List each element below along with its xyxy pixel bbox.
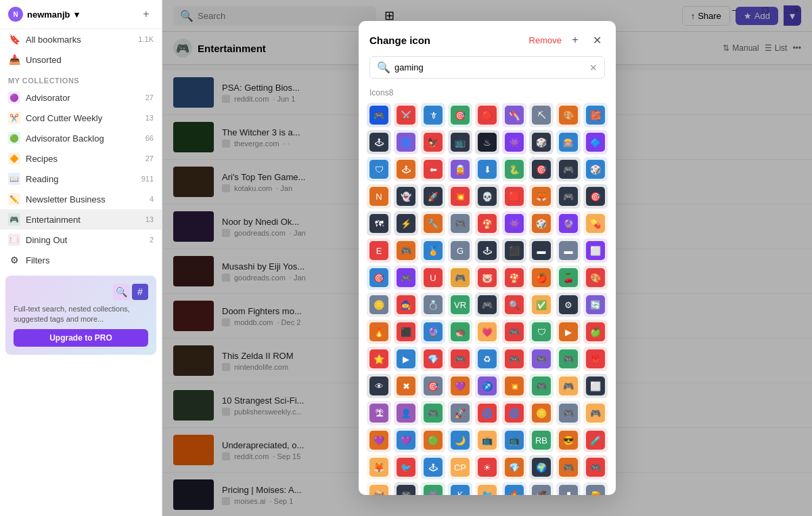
twitch3-icon[interactable]: 🌀 bbox=[475, 401, 499, 425]
skull-icon[interactable]: 💀 bbox=[475, 184, 499, 209]
shield2-icon[interactable]: 🔮 bbox=[421, 320, 445, 344]
controller3-icon[interactable]: G bbox=[448, 238, 472, 263]
fidget-icon[interactable]: 🎮 bbox=[529, 374, 554, 398]
cherry-icon[interactable]: 🍄 bbox=[502, 265, 526, 290]
stadia-icon[interactable]: 🎮 bbox=[421, 401, 445, 425]
bird-icon[interactable]: 💜 bbox=[394, 428, 418, 452]
ultraviolet-icon[interactable]: 🔮 bbox=[556, 211, 581, 236]
g-icon[interactable]: 🏅 bbox=[421, 238, 445, 263]
twitch4-icon[interactable]: 🌀 bbox=[502, 401, 526, 425]
crash-icon[interactable]: 🦊 bbox=[529, 184, 554, 209]
remove-icon-button[interactable]: Remove bbox=[529, 35, 562, 45]
fire2-icon[interactable]: ☀ bbox=[475, 455, 499, 479]
pokemon-icon[interactable]: ⚡ bbox=[394, 211, 418, 236]
sidebar-item-all-bookmarks[interactable]: 🔖 All bookmarks 1.1K bbox=[0, 29, 162, 49]
epic-icon[interactable]: 🎮 bbox=[556, 184, 581, 209]
ghost-icon[interactable]: 👻 bbox=[394, 184, 418, 209]
game6-icon[interactable]: 🎮 bbox=[529, 347, 554, 371]
console2-icon[interactable]: 🕹 bbox=[475, 238, 499, 263]
sidebar-item-unsorted[interactable]: 📥 Unsorted bbox=[0, 49, 162, 70]
moon-game-icon[interactable]: 🚀 bbox=[448, 401, 472, 425]
ps4-icon[interactable]: 🎯 bbox=[367, 265, 391, 290]
space-icon[interactable]: 🚀 bbox=[421, 184, 445, 209]
lobster-icon[interactable]: 💎 bbox=[421, 347, 445, 371]
coin3-icon[interactable]: 🐦 bbox=[475, 482, 499, 495]
minecraft-icon[interactable]: 🧱 bbox=[583, 103, 608, 127]
sidebar-item-newsletter-business[interactable]: ✏️ Newsletter Business 4 bbox=[0, 189, 162, 209]
sidebar-user[interactable]: N newmanjb ▾ bbox=[8, 7, 79, 22]
joystick-icon[interactable]: 🕹 bbox=[394, 157, 418, 181]
ps5-blue-icon[interactable]: 🔷 bbox=[583, 130, 608, 154]
game-controller-icon[interactable]: 🎮 bbox=[367, 103, 391, 127]
k-icon[interactable]: 🕹 bbox=[421, 455, 445, 479]
bars-icon[interactable]: 🌍 bbox=[529, 455, 554, 479]
doom-icon[interactable]: 💥 bbox=[448, 184, 472, 209]
burst-icon[interactable]: 🦞 bbox=[583, 347, 608, 371]
u-icon[interactable]: 🎮 bbox=[394, 265, 418, 290]
target3-icon[interactable]: 🎮 bbox=[502, 347, 526, 371]
controller4-icon[interactable]: ⬜ bbox=[583, 374, 608, 398]
among-icon[interactable]: 🐦 bbox=[394, 455, 418, 479]
console3-icon[interactable]: ▬ bbox=[556, 238, 581, 263]
game4-icon[interactable]: 🍏 bbox=[583, 320, 608, 344]
person-icon[interactable]: 🎯 bbox=[421, 374, 445, 398]
target-icon[interactable]: 🎯 bbox=[448, 103, 472, 127]
sidebar-item-filters[interactable]: ⚙ Filters bbox=[0, 250, 162, 270]
sidebar-item-recipes[interactable]: 🔶 Recipes 27 bbox=[0, 148, 162, 169]
roblox-icon[interactable]: 🟥 bbox=[502, 184, 526, 209]
apple-game-icon[interactable]: 🐷 bbox=[475, 265, 499, 290]
modal-overlay[interactable]: Change icon Remove + ✕ 🔍 ✕ Icons8 🎮⚔️🗡🎯🔴… bbox=[162, 0, 812, 516]
spin-icon[interactable]: ⭐ bbox=[367, 347, 391, 371]
island-icon[interactable]: ✖ bbox=[394, 374, 418, 398]
eye-icon[interactable]: 🎮 bbox=[448, 347, 472, 371]
cross-icon[interactable]: 👾 bbox=[421, 482, 445, 495]
ps3-icon[interactable]: 🎯 bbox=[583, 184, 608, 209]
sword-icon[interactable]: 🗡 bbox=[421, 103, 445, 127]
sidebar-item-reading[interactable]: 📖 Reading 911 bbox=[0, 169, 162, 189]
gameboy-icon[interactable]: 🎮 bbox=[448, 211, 472, 236]
gun-icon[interactable]: 🎮 bbox=[556, 455, 581, 479]
wings-icon[interactable]: 🦅 bbox=[421, 130, 445, 154]
trophy-icon[interactable]: 📦 bbox=[367, 482, 391, 495]
modal-close-button[interactable]: ✕ bbox=[589, 32, 605, 48]
pickaxe-icon[interactable]: ⛏ bbox=[529, 103, 554, 127]
craft-icon[interactable]: 🔧 bbox=[421, 211, 445, 236]
cp-icon[interactable]: 🌙 bbox=[448, 428, 472, 452]
lt-icon[interactable]: ▮ bbox=[556, 482, 581, 495]
sonic-icon[interactable]: 🔥 bbox=[367, 320, 391, 344]
game9-icon[interactable]: 🎮 bbox=[583, 455, 608, 479]
r-icon[interactable]: 🔥 bbox=[502, 482, 526, 495]
game3-icon[interactable]: 🎲 bbox=[583, 157, 608, 181]
modal-search-clear-button[interactable]: ✕ bbox=[589, 62, 597, 73]
bird2-icon[interactable]: CP bbox=[448, 455, 472, 479]
game-char-icon[interactable]: 👾 bbox=[502, 130, 526, 154]
coin2-icon[interactable]: 🎮 bbox=[556, 374, 581, 398]
dnd-icon[interactable]: ⚔️ bbox=[394, 103, 418, 127]
cat-icon[interactable]: 🎮 bbox=[394, 482, 418, 495]
coin-icon[interactable]: 🍒 bbox=[556, 265, 581, 290]
vr-icon[interactable]: 🧙 bbox=[394, 293, 418, 317]
chest-icon[interactable]: 🦊 bbox=[367, 455, 391, 479]
gamepad2-icon[interactable]: 🕹 bbox=[367, 130, 391, 154]
sega-icon[interactable]: 🎮 bbox=[556, 347, 581, 371]
apple2-icon[interactable]: 💗 bbox=[475, 320, 499, 344]
spinner-icon[interactable]: 🔍 bbox=[502, 293, 526, 317]
mushroom-icon[interactable]: 🎮 bbox=[448, 265, 472, 290]
pink-game-icon[interactable]: ⬛ bbox=[394, 320, 418, 344]
flask-icon[interactable]: 🎮 bbox=[583, 401, 608, 425]
rt-icon[interactable]: 🐗 bbox=[529, 482, 554, 495]
ring-icon[interactable]: 🪙 bbox=[367, 293, 391, 317]
arrow-down-icon[interactable]: ⬇ bbox=[475, 157, 499, 181]
potion-icon[interactable]: 💊 bbox=[583, 211, 608, 236]
square-icon[interactable]: 👁 bbox=[367, 374, 391, 398]
shield-star-icon[interactable]: 🛡 bbox=[367, 157, 391, 181]
black-sq-icon[interactable]: ⚙ bbox=[556, 293, 581, 317]
mario-icon[interactable]: 🍄 bbox=[475, 211, 499, 236]
planet-icon[interactable]: RB bbox=[529, 428, 554, 452]
game-char2-icon[interactable]: 🧝 bbox=[448, 157, 472, 181]
gog-icon[interactable]: 🗺 bbox=[367, 211, 391, 236]
modal-add-button[interactable]: + bbox=[567, 32, 583, 48]
bar1-icon[interactable]: ⬛ bbox=[502, 238, 526, 263]
gamepad3-icon[interactable]: 🎮 bbox=[556, 157, 581, 181]
sidebar-item-entertainment[interactable]: 🎮 Entertainment 13 bbox=[0, 209, 162, 230]
